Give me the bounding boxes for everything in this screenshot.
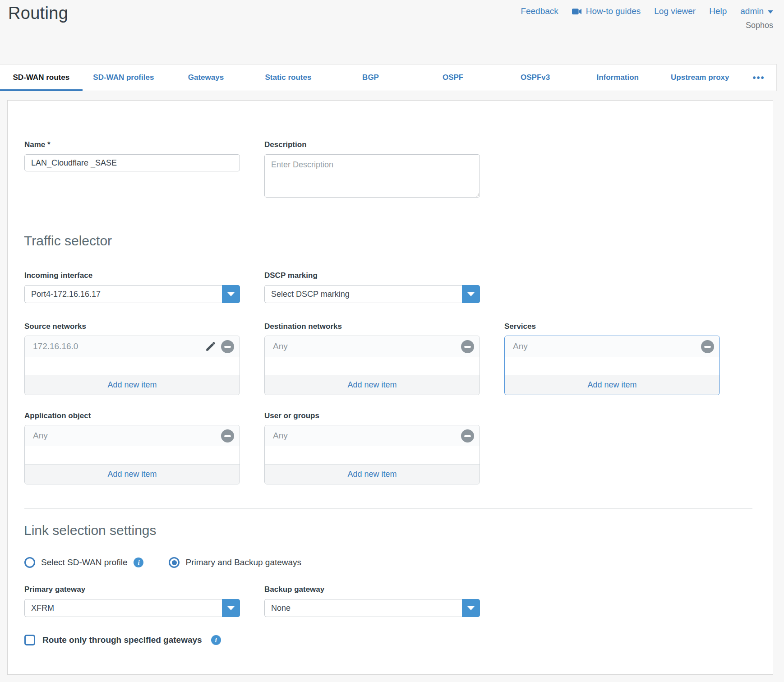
route-form-card: Name * Description Traffic selector Inco… — [7, 100, 773, 675]
backup-gateway-select[interactable]: None — [264, 599, 480, 617]
backup-gateway-value: None — [265, 604, 462, 613]
chevron-down-icon — [768, 10, 773, 14]
list-item: Any — [25, 425, 240, 446]
primary-gateway-dropdown-button[interactable] — [222, 599, 240, 617]
primary-gateway-value: XFRM — [25, 604, 222, 613]
remove-item-icon[interactable] — [221, 429, 234, 442]
page-title: Routing — [8, 4, 68, 23]
name-label: Name * — [24, 140, 51, 149]
radio-sdwan-profile-label: Select SD-WAN profile — [41, 558, 127, 567]
tab-sd-wan-profiles[interactable]: SD-WAN profiles — [83, 65, 165, 91]
destination-networks-label: Destination networks — [264, 322, 342, 331]
add-new-item-button[interactable]: Add new item — [25, 464, 240, 484]
link-selection-radio-group: Select SD-WAN profile i Primary and Back… — [24, 557, 301, 568]
info-icon[interactable]: i — [134, 558, 143, 567]
dscp-marking-value: Select DSCP marking — [265, 290, 462, 299]
tab-upstream-proxy[interactable]: Upstream proxy — [659, 65, 742, 91]
add-new-item-button[interactable]: Add new item — [265, 464, 480, 484]
tab-bar: SD-WAN routes SD-WAN profiles Gateways S… — [0, 64, 777, 91]
route-only-label: Route only through specified gateways — [42, 635, 202, 645]
application-object-box: Any Add new item — [24, 425, 240, 484]
dscp-marking-select[interactable]: Select DSCP marking — [264, 285, 480, 303]
route-only-checkbox[interactable] — [24, 635, 35, 645]
list-item-value: 172.16.16.0 — [33, 341, 78, 351]
log-viewer-link[interactable]: Log viewer — [654, 6, 696, 16]
route-only-row: Route only through specified gateways i — [24, 635, 221, 645]
info-icon[interactable]: i — [211, 635, 221, 645]
radio-sdwan-profile[interactable] — [24, 557, 35, 568]
dscp-marking-label: DSCP marking — [264, 271, 318, 280]
tab-sd-wan-routes[interactable]: SD-WAN routes — [0, 65, 83, 91]
feedback-label: Feedback — [521, 6, 558, 16]
backup-gateway-dropdown-button[interactable] — [462, 599, 480, 617]
more-tabs-button[interactable]: ••• — [741, 65, 776, 91]
tab-ospf[interactable]: OSPF — [412, 65, 494, 91]
traffic-selector-heading: Traffic selector — [24, 233, 112, 249]
radio-primary-backup-gateways[interactable] — [169, 557, 180, 568]
tab-gateways[interactable]: Gateways — [165, 65, 247, 91]
backup-gateway-label: Backup gateway — [264, 585, 324, 594]
incoming-interface-value: Port4-172.16.16.17 — [25, 290, 222, 299]
chevron-down-icon — [467, 606, 475, 610]
list-item: Any — [265, 336, 480, 357]
destination-networks-box: Any Add new item — [264, 336, 480, 395]
user-or-groups-label: User or groups — [264, 411, 319, 420]
top-nav: Feedback How-to guides Log viewer Help a… — [521, 6, 773, 16]
source-networks-box: 172.16.16.0 Add new item — [24, 336, 240, 395]
application-object-label: Application object — [24, 411, 91, 420]
list-item: 172.16.16.0 — [25, 336, 240, 357]
radio-selected-dot — [172, 560, 177, 565]
add-new-item-button[interactable]: Add new item — [265, 375, 480, 395]
services-label: Services — [504, 322, 536, 331]
tab-ospfv3[interactable]: OSPFv3 — [494, 65, 576, 91]
user-menu-label: admin — [740, 6, 764, 16]
howto-guides-link[interactable]: How-to guides — [572, 6, 641, 16]
tab-static-routes[interactable]: Static routes — [247, 65, 330, 91]
add-new-item-button[interactable]: Add new item — [25, 375, 240, 395]
log-viewer-label: Log viewer — [654, 6, 696, 16]
tab-bgp[interactable]: BGP — [329, 65, 412, 91]
primary-gateway-label: Primary gateway — [24, 585, 85, 594]
primary-gateway-select[interactable]: XFRM — [24, 599, 240, 617]
edit-icon[interactable] — [205, 341, 217, 352]
remove-item-icon[interactable] — [701, 340, 714, 353]
feedback-link[interactable]: Feedback — [521, 6, 558, 16]
radio-primary-backup-gateways-label: Primary and Backup gateways — [185, 558, 301, 567]
incoming-interface-select[interactable]: Port4-172.16.16.17 — [24, 285, 240, 303]
video-camera-icon — [572, 8, 582, 15]
name-input[interactable] — [24, 154, 240, 171]
list-item-value: Any — [273, 341, 288, 351]
description-input[interactable] — [264, 154, 480, 198]
source-networks-label: Source networks — [24, 322, 86, 331]
chevron-down-icon — [227, 606, 235, 610]
remove-item-icon[interactable] — [461, 429, 474, 442]
add-new-item-button[interactable]: Add new item — [505, 375, 719, 395]
dscp-marking-dropdown-button[interactable] — [462, 285, 480, 303]
tab-information[interactable]: Information — [576, 65, 659, 91]
help-link[interactable]: Help — [709, 6, 727, 16]
help-label: Help — [709, 6, 727, 16]
section-divider — [24, 508, 752, 509]
howto-guides-label: How-to guides — [586, 6, 641, 16]
incoming-interface-label: Incoming interface — [24, 271, 92, 280]
list-item-value: Any — [273, 431, 288, 441]
description-label: Description — [264, 140, 307, 149]
incoming-interface-dropdown-button[interactable] — [222, 285, 240, 303]
user-menu[interactable]: admin — [740, 6, 773, 16]
list-item-value: Any — [513, 341, 528, 351]
brand-label: Sophos — [746, 21, 773, 30]
link-selection-heading: Link selection settings — [24, 523, 157, 538]
services-box: Any Add new item — [504, 336, 720, 395]
remove-item-icon[interactable] — [461, 340, 474, 353]
section-divider — [24, 219, 752, 219]
chevron-down-icon — [467, 292, 475, 296]
list-item: Any — [505, 336, 719, 357]
remove-item-icon[interactable] — [221, 340, 234, 353]
chevron-down-icon — [227, 292, 235, 296]
user-or-groups-box: Any Add new item — [264, 425, 480, 484]
list-item-value: Any — [33, 431, 48, 441]
list-item: Any — [265, 425, 480, 446]
